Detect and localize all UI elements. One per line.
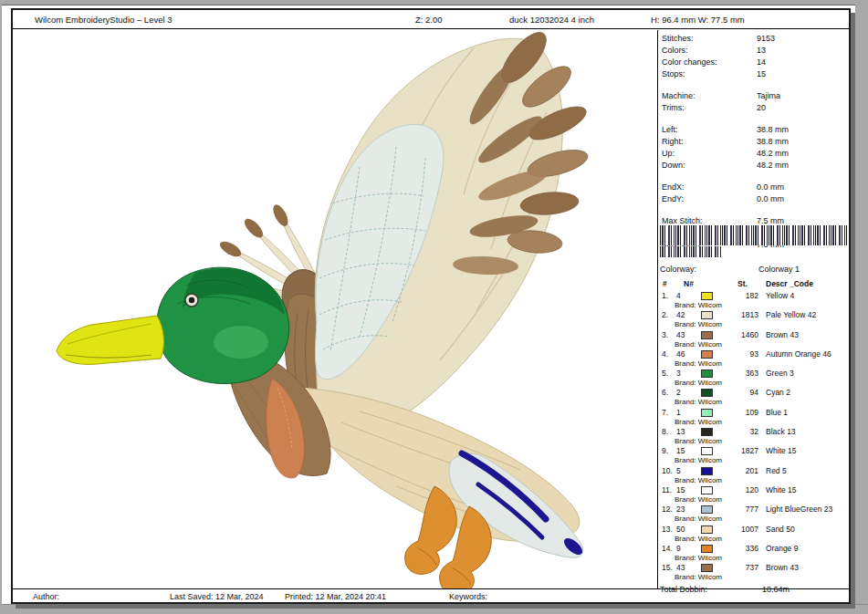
thread-stitch-count: 1007: [718, 525, 758, 535]
stat-row: Color changes: 14: [662, 57, 846, 68]
stat-row: Trims: 20: [662, 102, 846, 114]
thread-index: 6.: [658, 388, 676, 398]
thread-description: Blue 1: [766, 408, 788, 418]
thread-brand: Brand: Wilcom: [658, 554, 847, 563]
thread-needle: 50: [676, 525, 701, 535]
thread-stitch-count: 201: [718, 466, 758, 476]
thread-index: 3.: [658, 330, 676, 340]
stat-row: Colors: 13: [662, 45, 846, 57]
stat-value: 48.2 mm: [757, 148, 846, 160]
stat-label: Stops:: [662, 68, 757, 80]
colorway-label: Colorway:: [660, 265, 696, 274]
stats-list: Stitches: 9153 Colors: 13 Color changes:…: [662, 33, 846, 251]
thread-brand: Brand: Wilcom: [658, 320, 847, 329]
thread-needle: 1: [676, 408, 701, 418]
thread-swatch: [701, 428, 713, 436]
thread-index: 4.: [658, 349, 676, 359]
thread-color-row: 13. 50 1007 Sand 50 Brand: Wilcom: [658, 525, 847, 544]
thread-stitch-count: 182: [718, 291, 758, 301]
keywords-field: Keywords:: [449, 592, 487, 601]
thread-brand: Brand: Wilcom: [658, 301, 847, 310]
thread-swatch: [701, 486, 713, 494]
thread-brand: Brand: Wilcom: [658, 535, 847, 544]
thread-swatch: [701, 409, 713, 417]
app-title: Wilcom EmbroideryStudio – Level 3: [35, 15, 172, 25]
print-page: Wilcom EmbroideryStudio – Level 3 Z: 2.0…: [11, 8, 851, 604]
thread-color-row: 15. 43 737 Brown 43 Brand: Wilcom: [658, 563, 847, 582]
last-saved-field: Last Saved: 12 Mar, 2024: [170, 592, 264, 601]
page-footer: Author: Last Saved: 12 Mar, 2024 Printed…: [13, 588, 849, 602]
stat-label: Stitches:: [662, 33, 757, 45]
thread-index: 11.: [658, 485, 676, 495]
thread-color-row: 10. 5 201 Red 5 Brand: Wilcom: [658, 466, 847, 485]
print-preview-window: Wilcom EmbroideryStudio – Level 3 Z: 2.0…: [0, 0, 868, 614]
thread-description: Brown 43: [766, 563, 799, 573]
thread-brand: Brand: Wilcom: [658, 359, 847, 369]
thread-index: 2.: [658, 310, 676, 320]
thread-stitch-count: 737: [718, 563, 758, 573]
barcode-bar-main: [660, 225, 848, 245]
window-top-edge: [0, 0, 868, 5]
duck-beak: [57, 316, 163, 364]
duck-head: [157, 267, 289, 383]
thread-color-row: 2. 42 1813 Pale Yellow 42 Brand: Wilcom: [658, 310, 847, 329]
thread-needle: 15: [676, 485, 701, 495]
stat-value: 0.0 mm: [757, 182, 846, 193]
stat-value: 15: [757, 68, 846, 80]
duck-main-wing: [315, 30, 591, 442]
thread-color-row: 6. 2 94 Cyan 2 Brand: Wilcom: [658, 388, 847, 407]
thread-brand: Brand: Wilcom: [658, 573, 847, 582]
colorway-row: Colorway: Colorway 1: [660, 264, 846, 276]
duck-design-svg: [13, 30, 657, 588]
barcode-bar-sub: [660, 246, 722, 257]
stat-label: Machine:: [662, 90, 757, 102]
thread-index: 10.: [658, 466, 676, 476]
thread-swatch: [701, 526, 713, 534]
thread-needle: 23: [676, 505, 701, 515]
thread-description: Cyan 2: [766, 388, 790, 398]
thread-brand: Brand: Wilcom: [658, 495, 847, 505]
stat-label: Colors:: [662, 45, 757, 57]
thread-stitch-count: 777: [718, 505, 758, 515]
thread-index: 5.: [658, 369, 676, 379]
thread-needle: 2: [676, 388, 701, 398]
window-bottom-gutter: [0, 604, 868, 614]
stat-row: Stitches: 9153: [662, 33, 846, 45]
stat-value: 38.8 mm: [757, 136, 846, 148]
thread-needle: 43: [676, 563, 701, 573]
thread-description: Green 3: [766, 369, 794, 379]
thread-list: 1. 4 182 Yellow 4 Brand: Wilcom 2. 42 18…: [658, 291, 847, 582]
stat-value: 48.2 mm: [757, 160, 846, 172]
thread-index: 9.: [658, 446, 676, 456]
thread-description: White 15: [766, 485, 797, 495]
stat-row: Stops: 15: [662, 68, 846, 80]
stat-label: Up:: [662, 148, 757, 160]
stat-label: Left:: [662, 124, 757, 136]
stat-row: Right: 38.8 mm: [662, 136, 846, 148]
thread-stitch-count: 109: [718, 408, 758, 418]
thread-index: 13.: [658, 525, 676, 535]
design-dimensions: H: 96.4 mm W: 77.5 mm: [651, 15, 745, 25]
colorway-value: Colorway 1: [758, 264, 800, 276]
thread-stitch-count: 1460: [718, 330, 758, 340]
stat-label: Color changes:: [662, 57, 757, 68]
thread-index: 12.: [658, 505, 676, 515]
thread-brand: Brand: Wilcom: [658, 379, 847, 388]
stat-row: Down: 48.2 mm: [662, 160, 846, 172]
thread-brand: Brand: Wilcom: [658, 476, 847, 485]
thread-swatch: [701, 389, 713, 397]
zoom-level: Z: 2.00: [415, 15, 443, 25]
duck-embroidery-design: [13, 30, 657, 588]
thread-swatch: [701, 505, 713, 514]
thread-needle: 4: [676, 291, 701, 301]
design-info-panel: Stitches: 9153 Colors: 13 Color changes:…: [657, 30, 849, 588]
thread-description: Orange 9: [766, 544, 798, 554]
thread-index: 1.: [658, 291, 676, 301]
thread-description: Yellow 4: [766, 291, 794, 301]
thread-description: Red 5: [766, 466, 787, 476]
thread-color-row: 9. 15 1827 White 15 Brand: Wilcom: [658, 446, 847, 465]
thread-stitch-count: 120: [718, 485, 758, 495]
duck-eye: [185, 294, 198, 307]
thread-description: Autumn Orange 46: [766, 349, 831, 359]
stat-row: Up: 48.2 mm: [662, 148, 846, 160]
